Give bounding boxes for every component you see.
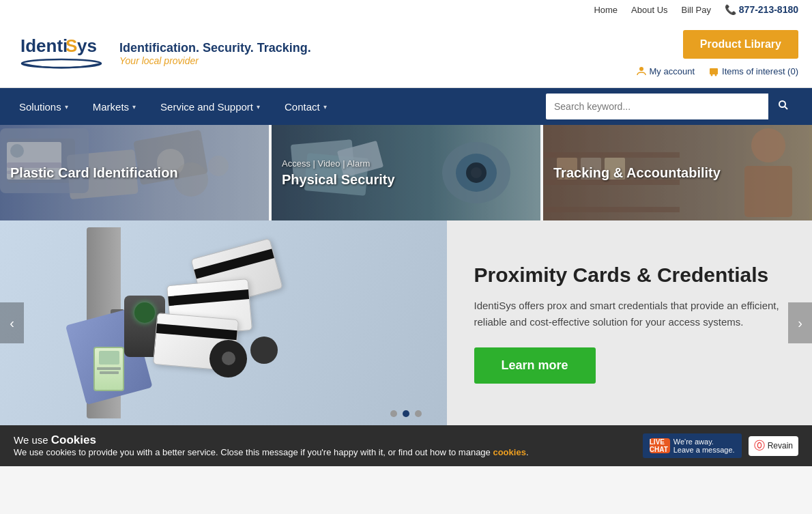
top-bar: Home About Us Bill Pay 877-213-8180 <box>0 0 812 19</box>
badge-line1 <box>97 367 121 370</box>
svg-point-8 <box>779 101 785 107</box>
nav-solutions[interactable]: Solutions ▾ <box>7 91 81 123</box>
banner-card-security[interactable]: Access | Video | Alarm Physical Security <box>272 125 540 220</box>
identisys-logo[interactable]: Identi S ys <box>14 26 109 81</box>
account-icon <box>636 66 647 76</box>
banner-card-plastic-title: Plastic Card Identification <box>10 165 178 181</box>
fob-hole <box>222 352 235 365</box>
my-account-link[interactable]: My account <box>636 66 695 76</box>
search-bar <box>546 94 798 119</box>
account-bar: My account Items of interest (0) <box>636 66 798 76</box>
search-button[interactable] <box>768 94 798 119</box>
svg-point-7 <box>715 74 717 76</box>
cart-icon <box>708 66 719 76</box>
banner-card-security-title: Physical Security <box>282 172 395 187</box>
slider-dot-1[interactable] <box>390 410 397 417</box>
search-icon <box>778 100 789 111</box>
slider-dot-3[interactable] <box>415 410 422 417</box>
hero-description: IdentiSys offers prox and smart credenti… <box>474 298 785 330</box>
hero-image <box>0 220 447 425</box>
about-link[interactable]: About Us <box>631 5 667 15</box>
badge-line2 <box>100 371 119 374</box>
banner-card-security-overlay: Access | Video | Alarm Physical Security <box>272 125 540 220</box>
site-header: Identi S ys Identification. Security. Tr… <box>0 19 812 88</box>
hero-title: Proximity Cards & Credentials <box>474 263 785 287</box>
id-badge <box>93 347 124 391</box>
slider-dots <box>390 410 422 417</box>
cookie-right: LIVE CHAT We're away. Leave a message. ⓪… <box>643 433 798 458</box>
nav-markets-label: Markets <box>93 101 129 113</box>
nav-items: Solutions ▾ Markets ▾ Service and Suppor… <box>7 91 539 123</box>
live-chat-label: LIVE CHAT <box>650 438 670 453</box>
nav-service[interactable]: Service and Support ▾ <box>148 91 272 123</box>
banner-card-tracking[interactable]: Tracking & Accountability <box>543 125 812 220</box>
phone-number[interactable]: 877-213-8180 <box>725 4 798 15</box>
cookies-link[interactable]: cookies <box>493 447 525 457</box>
items-of-interest-link[interactable]: Items of interest (0) <box>708 66 798 76</box>
learn-more-button[interactable]: Learn more <box>474 347 596 384</box>
my-account-label: My account <box>650 66 695 76</box>
nav-contact[interactable]: Contact ▾ <box>272 91 339 123</box>
svg-line-9 <box>785 106 787 109</box>
leave-message-label: Leave a message. <box>673 446 735 454</box>
banner-card-plastic[interactable]: Plastic Card Identification <box>0 125 269 220</box>
cookie-desc-text: We use cookies to provide you with a bet… <box>14 447 491 457</box>
live-chat-box[interactable]: LIVE CHAT We're away. Leave a message. <box>643 433 742 458</box>
svg-text:Identi: Identi <box>20 35 68 56</box>
tagline-main: Identification. Security. Tracking. <box>119 41 311 55</box>
contact-chevron-icon: ▾ <box>323 103 327 111</box>
slider-dot-2[interactable] <box>403 410 409 417</box>
live-chat-bubble: LIVE CHAT <box>650 438 670 453</box>
cookie-title-bold: Cookies <box>51 433 96 446</box>
banner-card-security-subtitle: Access | Video | Alarm <box>282 158 395 169</box>
slider-prev-button[interactable]: ‹ <box>0 302 24 343</box>
cookie-bar: We use Cookies We use cookies to provide… <box>0 425 812 466</box>
banner-cards: Plastic Card Identification Access | Vid… <box>0 125 812 220</box>
markets-chevron-icon: ▾ <box>132 103 136 111</box>
svg-point-4 <box>639 67 643 71</box>
nav-markets[interactable]: Markets ▾ <box>81 91 148 123</box>
cookie-text: We use Cookies We use cookies to provide… <box>14 433 629 457</box>
billpay-link[interactable]: Bill Pay <box>682 5 711 15</box>
hero-content: Proximity Cards & Credentials IdentiSys … <box>447 242 813 404</box>
hero-slider: ‹ <box>0 220 812 425</box>
service-chevron-icon: ▾ <box>257 103 260 111</box>
nav-contact-label: Contact <box>285 101 320 113</box>
tagline: Identification. Security. Tracking. Your… <box>119 41 311 66</box>
revain-label: Revain <box>768 441 793 451</box>
cookie-title: We use Cookies <box>14 433 629 447</box>
solutions-chevron-icon: ▾ <box>65 103 68 111</box>
reader-light <box>134 302 155 323</box>
cookie-title-prefix: We use <box>14 434 48 446</box>
prox-fob-2 <box>250 337 278 364</box>
tagline-sub: Your local provider <box>119 55 311 66</box>
live-chat-status: We're away. Leave a message. <box>673 438 735 454</box>
cookie-desc: We use cookies to provide you with a bet… <box>14 447 629 457</box>
main-nav: Solutions ▾ Markets ▾ Service and Suppor… <box>0 88 812 125</box>
header-right: Product Library My account Items of inte… <box>636 30 798 76</box>
home-link[interactable]: Home <box>594 5 618 15</box>
badge-photo <box>99 351 119 365</box>
prox-fob-1 <box>209 340 247 377</box>
cookie-bar-row: We use Cookies We use cookies to provide… <box>14 433 798 458</box>
items-of-interest-label: Items of interest (0) <box>722 66 798 76</box>
banner-card-plastic-overlay: Plastic Card Identification <box>0 125 269 220</box>
prox-visual <box>87 227 360 418</box>
banner-card-tracking-overlay: Tracking & Accountability <box>543 125 812 220</box>
away-label: We're away. <box>673 438 735 446</box>
revain-icon: ⓪ <box>754 439 765 453</box>
svg-text:S: S <box>66 35 77 56</box>
product-library-button[interactable]: Product Library <box>683 30 798 59</box>
logo-area: Identi S ys Identification. Security. Tr… <box>14 26 311 81</box>
svg-point-6 <box>711 74 713 76</box>
search-input[interactable] <box>546 96 768 117</box>
revain-badge[interactable]: ⓪ Revain <box>749 436 798 456</box>
svg-text:ys: ys <box>77 35 97 56</box>
slider-next-button[interactable]: › <box>788 302 812 343</box>
nav-solutions-label: Solutions <box>19 101 61 113</box>
svg-rect-5 <box>710 68 718 74</box>
nav-service-label: Service and Support <box>160 101 253 113</box>
banner-card-tracking-title: Tracking & Accountability <box>553 165 721 181</box>
